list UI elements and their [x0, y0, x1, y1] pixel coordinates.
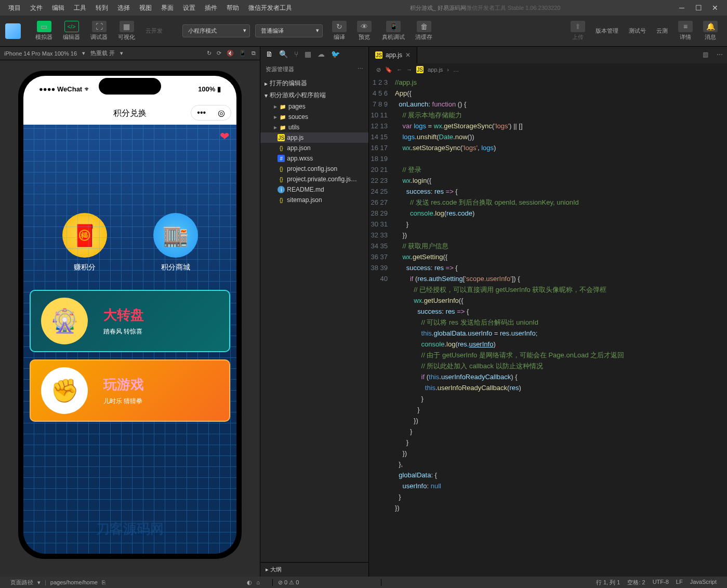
editor-button[interactable]: </>编辑器	[59, 19, 84, 43]
detach-icon[interactable]: ⧉	[252, 50, 256, 57]
capsule-button[interactable]: •••◎	[191, 105, 231, 121]
tree-item[interactable]: {}project.config.json	[260, 164, 368, 174]
remote-debug-button[interactable]: 📱真机调试	[378, 19, 409, 43]
search-icon[interactable]: 🔍	[279, 50, 288, 58]
window-controls: ─ ☐ ✕	[674, 4, 723, 12]
preview-button[interactable]: 👁预览	[353, 19, 376, 43]
watermark: 刀客源码网	[96, 520, 164, 538]
heart-icon[interactable]: ❤	[220, 130, 229, 143]
scene-icon[interactable]: ◐	[247, 579, 252, 586]
tree-item[interactable]: {}app.json	[260, 143, 368, 153]
maximize-icon[interactable]: ☐	[691, 4, 706, 12]
clear-cache-button[interactable]: 🗑清缓存	[411, 19, 437, 43]
lang-label[interactable]: JavaScript	[690, 579, 717, 586]
cloud-icon[interactable]: ☁	[318, 50, 325, 58]
tree-item[interactable]: {}project.private.config.js…	[260, 174, 368, 184]
device-icon[interactable]: 📱	[239, 50, 246, 57]
eol-label[interactable]: LF	[676, 579, 683, 586]
detail-button[interactable]: ≡详情	[674, 19, 697, 43]
more-icon[interactable]: ⋯	[358, 65, 363, 73]
outline-section[interactable]: ▸ 大纲	[260, 562, 368, 577]
status-bar-bottom: 页面路径▾ | pages/home/home ⎘ ◐ ⌂ ⊘ 0 ⚠ 0 行 …	[0, 577, 727, 588]
errors-label[interactable]: ⊘ 0 ⚠ 0	[278, 579, 299, 586]
debugger-button[interactable]: ⛶调试器	[86, 19, 112, 43]
cloud-button[interactable]: 云开发	[141, 25, 167, 37]
notch	[99, 78, 161, 95]
tree-item[interactable]: ▸📁souces	[260, 112, 368, 122]
window-title: 积分游戏_ 好易源码网微信开发者工具 Stable 1.06.2303220	[296, 4, 674, 12]
open-editors-section[interactable]: ▸ 打开的编辑器	[260, 77, 368, 89]
main-menu: 项目文件编辑工具转到选择视图界面设置插件帮助微信开发者工具	[4, 2, 296, 15]
close-tab-icon[interactable]: ✕	[405, 51, 411, 59]
simulator-button[interactable]: ▭模拟器	[31, 19, 57, 43]
split-icon[interactable]: ▥	[698, 47, 712, 63]
more-icon[interactable]: ⋯	[712, 47, 727, 63]
visual-button[interactable]: ▦可视化	[114, 19, 139, 43]
indent-label[interactable]: 空格: 2	[627, 579, 645, 586]
wheel-card[interactable]: 🎡 大转盘踏春风 转惊喜	[30, 290, 230, 352]
minimize-icon[interactable]: ─	[674, 4, 690, 12]
menu-设置[interactable]: 设置	[179, 2, 200, 15]
menu-文件[interactable]: 文件	[26, 2, 47, 15]
tree-item[interactable]: {}sitemap.json	[260, 195, 368, 205]
simulator-panel: iPhone 14 Pro Max 100% 16▾ 热重载 开▾ ↻ ⟳ 🔇 …	[0, 47, 260, 577]
cursor-pos[interactable]: 行 1, 列 1	[596, 579, 620, 586]
close-icon[interactable]: ✕	[707, 4, 723, 12]
breadcrumb[interactable]: ⊘🔖←→ JSapp.js › …	[369, 63, 727, 76]
home-icon[interactable]: ⌂	[256, 579, 260, 585]
titlebar: 项目文件编辑工具转到选择视图界面设置插件帮助微信开发者工具 积分游戏_ 好易源码…	[0, 0, 727, 16]
menu-视图[interactable]: 视图	[135, 2, 156, 15]
tree-item[interactable]: JSapp.js	[260, 132, 368, 143]
menu-工具[interactable]: 工具	[70, 2, 90, 15]
upload-button[interactable]: ⬆上传	[566, 19, 589, 43]
menu-帮助[interactable]: 帮助	[222, 2, 243, 15]
bird-icon[interactable]: 🐦	[331, 50, 340, 58]
toolbar: ▭模拟器 </>编辑器 ⛶调试器 ▦可视化 云开发 小程序模式 普通编译 ↻编译…	[0, 16, 727, 47]
compile-button[interactable]: ↻编译	[328, 19, 351, 43]
tree-item[interactable]: ▸📁utils	[260, 122, 368, 132]
menu-选择[interactable]: 选择	[113, 2, 134, 15]
message-button[interactable]: 🔔消息	[699, 19, 722, 43]
game-card[interactable]: ✊ 玩游戏儿时乐 猜猜拳	[30, 359, 230, 422]
project-avatar[interactable]	[5, 23, 21, 39]
menu-微信开发者工具[interactable]: 微信开发者工具	[244, 2, 296, 15]
tree-item[interactable]: ▸📁pages	[260, 101, 368, 112]
mode-select[interactable]: 小程序模式	[182, 24, 250, 37]
files-icon[interactable]: 🗎	[266, 50, 273, 58]
version-button[interactable]: 版本管理	[591, 25, 623, 37]
cloudtest-button[interactable]: 云测	[652, 25, 672, 37]
menu-编辑[interactable]: 编辑	[48, 2, 69, 15]
nav-bar: 积分兑换 •••◎	[23, 102, 236, 125]
project-root-section[interactable]: ▾ 积分游戏小程序前端	[260, 89, 368, 101]
rotate-icon[interactable]: ⟳	[217, 50, 221, 57]
encoding-label[interactable]: UTF-8	[653, 579, 669, 586]
page-path[interactable]: pages/home/home	[50, 579, 98, 585]
menu-转到[interactable]: 转到	[91, 2, 112, 15]
code-editor[interactable]: 1 2 3 4 5 6 7 8 9 10 11 12 13 14 15 16 1…	[369, 76, 727, 577]
device-label[interactable]: iPhone 14 Pro Max 100% 16	[4, 50, 77, 57]
compile-select[interactable]: 普通编译	[255, 24, 323, 37]
ext-icon[interactable]: ▦	[305, 50, 311, 58]
menu-插件[interactable]: 插件	[201, 2, 221, 15]
editor-tab[interactable]: JSapp.js✕	[369, 47, 417, 63]
menu-界面[interactable]: 界面	[157, 2, 178, 15]
branch-icon[interactable]: ⑂	[294, 50, 298, 58]
testid-button[interactable]: 测试号	[625, 25, 650, 37]
menu-项目[interactable]: 项目	[4, 2, 25, 15]
refresh-icon[interactable]: ↻	[207, 50, 212, 57]
explorer-panel: 🗎 🔍 ⑂ ▦ ☁ 🐦 资源管理器⋯ ▸ 打开的编辑器 ▾ 积分游戏小程序前端 …	[260, 47, 369, 577]
tree-item[interactable]: iREADME.md	[260, 184, 368, 195]
tree-item[interactable]: #app.wxss	[260, 153, 368, 164]
phone-frame: ●●●● WeChat ᯤ 100% ▮ 积分兑换 •••◎ ❤ 🧧赚积分	[18, 71, 242, 559]
copy-icon[interactable]: ⎘	[102, 579, 105, 585]
editor-panel: JSapp.js✕ ▥ ⋯ ⊘🔖←→ JSapp.js › … 1 2 3 4 …	[369, 47, 727, 577]
mute-icon[interactable]: 🔇	[227, 50, 234, 57]
hot-reload-label[interactable]: 热重载 开	[90, 49, 115, 57]
